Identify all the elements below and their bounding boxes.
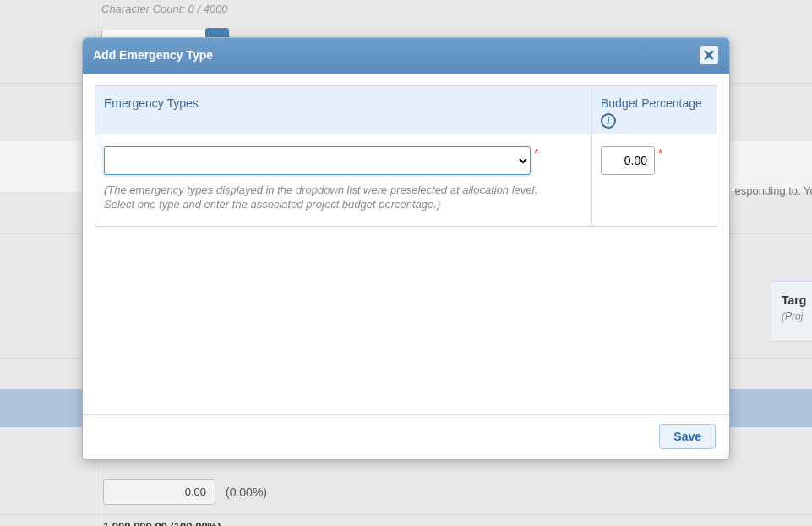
- bg-total-label: 1 000 000 00 (100 00%): [103, 520, 221, 526]
- col-emergency-types: Emergency Types: [95, 86, 592, 134]
- dropdown-hint: (The emergency types displayed in the dr…: [104, 184, 560, 212]
- bg-percentage-label: (0.00%): [226, 485, 267, 499]
- emergency-table: Emergency Types Budget Percentage i: [95, 85, 717, 227]
- info-icon[interactable]: i: [601, 113, 616, 129]
- bg-targets-heading: Targ: [782, 293, 812, 307]
- dialog-header: Add Emergency Type: [83, 38, 729, 74]
- dialog-body: Emergency Types Budget Percentage i: [83, 74, 729, 414]
- char-count-label: Character Count: 0 / 4000: [101, 3, 228, 15]
- col-budget-percentage-label: Budget Percentage: [601, 96, 702, 110]
- dialog-footer: Save: [83, 414, 729, 459]
- budget-percentage-input[interactable]: [601, 146, 655, 175]
- dialog-title: Add Emergency Type: [93, 48, 213, 62]
- table-row: * (The emergency types displayed in the …: [95, 134, 717, 227]
- add-emergency-type-dialog: Add Emergency Type Emergency Types Budge…: [82, 37, 730, 460]
- bg-text-fragment: ·esponding to. Yo: [732, 184, 812, 197]
- bg-targets-sub: (Proj: [782, 310, 812, 322]
- required-marker: *: [658, 146, 662, 160]
- save-button[interactable]: Save: [659, 424, 716, 449]
- close-button[interactable]: [699, 45, 719, 65]
- close-icon: [704, 50, 714, 60]
- col-emergency-types-label: Emergency Types: [104, 96, 199, 110]
- col-budget-percentage: Budget Percentage i: [592, 86, 717, 134]
- bg-amount-field: 0.00: [103, 479, 215, 505]
- emergency-type-select[interactable]: [104, 146, 531, 175]
- required-marker: *: [534, 146, 538, 160]
- bg-targets-panel: Targ (Proj: [771, 281, 812, 342]
